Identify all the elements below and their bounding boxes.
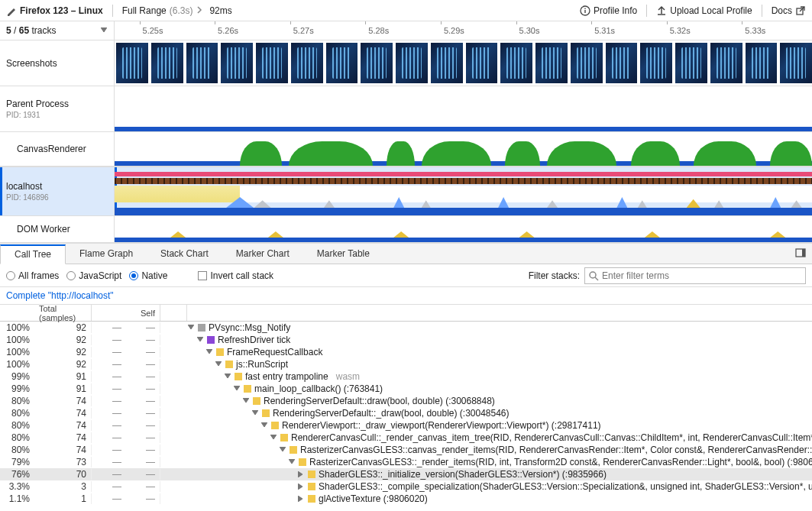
screenshot-thumb[interactable] — [640, 43, 672, 83]
track-localhost[interactable] — [115, 167, 812, 216]
screenshot-thumb[interactable] — [500, 43, 532, 83]
profile-info-button[interactable]: Profile Info — [580, 5, 637, 16]
table-row[interactable]: 3.3%3——ShaderGLES3::_compile_specializat… — [0, 480, 812, 493]
screenshot-thumb[interactable] — [606, 43, 638, 83]
function-name: RefreshDriver tick — [218, 335, 290, 345]
table-row[interactable]: 76%70——ShaderGLES3::_initialize_version(… — [0, 468, 812, 480]
category-swatch — [308, 483, 315, 490]
function-lib: wasm — [336, 371, 360, 382]
tab-marker-table[interactable]: Marker Table — [303, 244, 383, 264]
tab-call-tree[interactable]: Call Tree — [0, 244, 66, 264]
sidebar-toggle-button[interactable] — [789, 247, 812, 260]
table-row[interactable]: 80%74——RendererViewport::_draw_viewport(… — [0, 419, 812, 432]
breadcrumb-complete[interactable]: Complete "http://localhost" — [6, 290, 114, 301]
collapse-icon[interactable] — [196, 336, 204, 344]
collapse-icon[interactable] — [215, 361, 222, 368]
upload-button[interactable]: Upload Local Profile — [656, 5, 752, 16]
function-name: RasterizerCanvasGLES3::_render_items(RID… — [309, 457, 812, 467]
function-name: ShaderGLES3::_compile_specialization(Sha… — [319, 481, 812, 492]
separator — [646, 5, 647, 17]
radio-all-frames[interactable]: All frames — [6, 270, 59, 281]
collapse-icon[interactable] — [205, 348, 213, 356]
docs-link[interactable]: Docs — [772, 5, 806, 16]
track-label-dom-worker[interactable]: DOM Worker — [0, 216, 114, 243]
collapse-icon[interactable] — [288, 458, 296, 466]
track-screenshots[interactable] — [115, 40, 812, 86]
screenshot-thumb[interactable] — [256, 43, 288, 83]
table-row[interactable]: 99%91——main_loop_callback() (:763841) — [0, 383, 812, 395]
table-row[interactable]: 80%74——RendererCanvasCull::_render_canva… — [0, 432, 812, 444]
collapse-icon[interactable] — [242, 397, 250, 405]
tab-stack-chart[interactable]: Stack Chart — [147, 244, 222, 264]
screenshot-thumb[interactable] — [571, 43, 603, 83]
expand-icon[interactable] — [297, 495, 305, 503]
profile-title[interactable]: Firefox 123 – Linux — [6, 5, 103, 16]
col-header-self[interactable]: Self — [126, 305, 160, 321]
screenshot-thumb[interactable] — [326, 43, 358, 83]
chevron-right-icon — [197, 5, 205, 16]
calltree-rows[interactable]: 100%92——PVsync::Msg_Notify100%92——Refres… — [0, 322, 812, 509]
tab-flame-graph[interactable]: Flame Graph — [66, 244, 147, 264]
col-header-self-pct[interactable] — [92, 305, 126, 321]
screenshot-thumb[interactable] — [466, 43, 498, 83]
time-ruler[interactable]: 5.25s5.26s5.27s5.28s5.29s5.30s5.31s5.32s… — [115, 21, 812, 40]
tab-marker-chart[interactable]: Marker Chart — [222, 244, 303, 264]
track-label-localhost[interactable]: localhost PID: 146896 — [0, 167, 114, 216]
range-full[interactable]: Full Range (6.3s) — [122, 5, 193, 16]
screenshot-thumb[interactable] — [221, 43, 253, 83]
external-link-icon — [795, 5, 806, 16]
collapse-icon[interactable] — [279, 446, 286, 454]
screenshot-thumb[interactable] — [710, 43, 742, 83]
category-swatch — [198, 324, 205, 332]
screenshot-thumb[interactable] — [151, 43, 183, 83]
track-label-parent-process[interactable]: Parent Process PID: 1931 — [0, 86, 114, 132]
expand-icon[interactable] — [297, 483, 305, 490]
collapse-icon[interactable] — [251, 409, 259, 417]
checkbox-invert-call-stack[interactable]: Invert call stack — [198, 270, 273, 281]
collapse-icon[interactable] — [270, 434, 277, 441]
tracks-dropdown[interactable]: 5 / 65 tracks — [0, 21, 115, 40]
screenshot-thumb[interactable] — [780, 43, 812, 83]
table-row[interactable]: 100%92——PVsync::Msg_Notify — [0, 322, 812, 334]
separator — [112, 5, 113, 17]
table-row[interactable]: 80%74——RasterizerCanvasGLES3::canvas_ren… — [0, 444, 812, 456]
checkbox-icon — [198, 271, 207, 280]
collapse-icon[interactable] — [224, 373, 231, 380]
upload-icon — [656, 5, 667, 16]
screenshot-thumb[interactable] — [186, 43, 218, 83]
collapse-icon[interactable] — [233, 385, 241, 393]
screenshot-thumb[interactable] — [746, 43, 778, 83]
table-row[interactable]: 79%73——RasterizerCanvasGLES3::_render_it… — [0, 456, 812, 468]
track-graph-column[interactable] — [115, 40, 812, 243]
table-row[interactable]: 99%91——fast entry trampolinewasm — [0, 370, 812, 383]
table-row[interactable]: 80%74——RenderingServerDefault::draw(bool… — [0, 395, 812, 407]
track-canvas-renderer[interactable] — [115, 132, 812, 167]
expand-icon[interactable] — [297, 471, 305, 478]
screenshot-thumb[interactable] — [431, 43, 463, 83]
table-row[interactable]: 100%92——FrameRequestCallback — [0, 346, 812, 358]
collapse-icon[interactable] — [260, 422, 268, 429]
screenshot-thumb[interactable] — [535, 43, 568, 83]
table-row[interactable]: 1.1%1——glActiveTexture (:9806020) — [0, 493, 812, 505]
table-row[interactable]: 100%92——RefreshDriver tick — [0, 334, 812, 346]
track-parent-process[interactable] — [115, 86, 812, 132]
screenshot-thumb[interactable] — [396, 43, 428, 83]
screenshot-thumb[interactable] — [361, 43, 393, 83]
col-header-total-pct[interactable] — [0, 305, 34, 321]
radio-javascript[interactable]: JavaScript — [66, 270, 121, 281]
screenshot-thumb[interactable] — [116, 43, 148, 83]
table-row[interactable]: 100%92——js::RunScript — [0, 358, 812, 370]
collapse-icon[interactable] — [187, 324, 195, 332]
col-header-total-samples[interactable]: Total (samples) — [34, 305, 92, 321]
radio-native[interactable]: Native — [129, 270, 167, 281]
top-bar: Firefox 123 – Linux Full Range (6.3s) 92… — [0, 0, 812, 21]
screenshot-thumb[interactable] — [291, 43, 323, 83]
filter-stacks-input[interactable] — [584, 267, 806, 284]
function-name: RenderingServerDefault::_draw(bool, doub… — [273, 408, 510, 419]
track-label-canvas-renderer[interactable]: CanvasRenderer — [0, 132, 114, 167]
table-row[interactable]: 80%74——RenderingServerDefault::_draw(boo… — [0, 407, 812, 419]
screenshot-thumb[interactable] — [675, 43, 707, 83]
range-selection[interactable]: 92ms — [209, 5, 231, 16]
track-label-screenshots[interactable]: Screenshots — [0, 40, 114, 86]
track-dom-worker[interactable] — [115, 216, 812, 243]
